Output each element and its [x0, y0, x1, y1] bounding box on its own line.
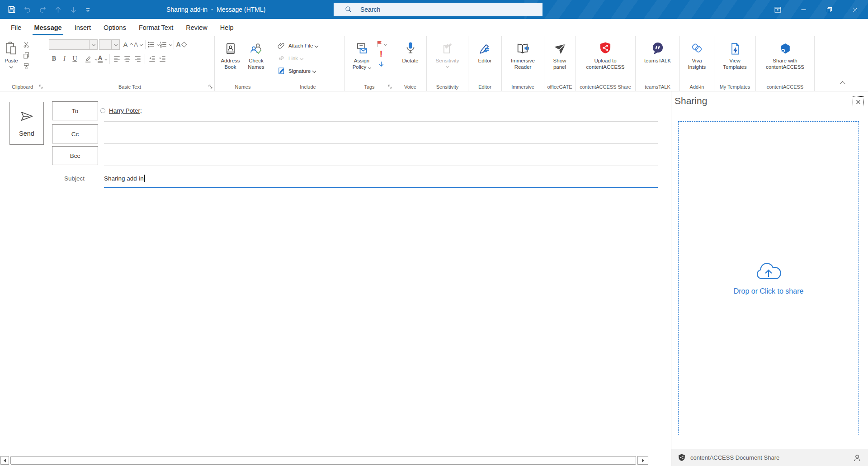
sharing-panel: Sharing Drop or Click to share — [671, 91, 868, 466]
move-down-icon[interactable] — [69, 5, 78, 14]
subject-focus-line — [104, 187, 658, 188]
to-field-line — [104, 121, 658, 122]
group-tags: Assign Policy ! Tags — [345, 36, 394, 91]
tab-insert[interactable]: Insert — [68, 19, 97, 36]
title-bar: Sharing add-in - Message (HTML) Search — [0, 0, 868, 19]
increase-indent-icon[interactable] — [157, 53, 168, 64]
signature-button[interactable]: Signature — [278, 65, 344, 76]
message-body[interactable] — [0, 188, 670, 454]
numbering-button[interactable] — [160, 39, 172, 50]
menu-bar: File Message Insert Options Format Text … — [0, 19, 868, 36]
sensitivity-button: Sensitivity — [427, 36, 468, 67]
copy-icon[interactable] — [23, 52, 30, 59]
outlook-message-window: Sharing add-in - Message (HTML) Search — [0, 0, 868, 466]
cut-icon[interactable] — [23, 41, 30, 48]
undo-icon[interactable] — [23, 5, 32, 14]
search-input[interactable]: Search — [334, 3, 542, 16]
address-book-icon — [224, 39, 237, 56]
text-caret — [144, 175, 145, 182]
tab-file[interactable]: File — [5, 19, 28, 36]
view-templates-button[interactable]: View Templates — [714, 36, 755, 70]
group-voice: Dictate Voice — [394, 36, 427, 91]
close-button[interactable] — [842, 0, 868, 19]
editor-button[interactable]: Editor — [468, 36, 501, 64]
teamstalk-button[interactable]: teamsTALK — [636, 36, 679, 64]
shrink-font-button[interactable]: A — [133, 39, 143, 50]
follow-up-flag-button[interactable] — [376, 40, 387, 48]
group-sensitivity: Sensitivity Sensitivity — [427, 36, 468, 91]
send-button[interactable]: Send — [9, 102, 44, 145]
cc-field[interactable] — [104, 126, 658, 142]
to-button[interactable]: To — [52, 101, 98, 120]
paste-button[interactable]: Paste — [5, 39, 18, 70]
bold-button[interactable]: B — [49, 53, 59, 64]
align-left-icon[interactable] — [112, 53, 122, 64]
assign-policy-button[interactable]: Assign Policy — [348, 39, 376, 70]
tab-message[interactable]: Message — [28, 19, 68, 36]
check-names-button[interactable]: Check Names — [243, 39, 269, 70]
font-size-select[interactable] — [99, 39, 120, 50]
immersive-reader-button[interactable]: Immersive Reader — [502, 36, 544, 70]
group-clipboard: Paste — [0, 36, 45, 91]
scrollbar-thumb[interactable] — [10, 456, 636, 465]
bcc-field[interactable] — [104, 148, 658, 164]
save-icon[interactable] — [7, 5, 16, 14]
viva-insights-icon — [690, 39, 704, 56]
move-up-icon[interactable] — [54, 5, 62, 14]
drop-zone[interactable]: Drop or Click to share — [678, 121, 859, 435]
bcc-field-line — [104, 166, 658, 166]
basic-text-dialog-launcher-icon[interactable] — [208, 84, 213, 89]
panel-footer-text: contentACCESS Document Share — [690, 454, 779, 461]
viva-insights-button[interactable]: Viva Insights — [680, 36, 714, 70]
minimize-button[interactable] — [791, 0, 816, 19]
tab-help[interactable]: Help — [214, 19, 240, 36]
italic-button[interactable]: I — [59, 53, 70, 64]
scroll-right-button[interactable] — [637, 456, 648, 465]
tab-format-text[interactable]: Format Text — [132, 19, 179, 36]
font-color-button[interactable]: A — [97, 53, 108, 64]
decrease-indent-icon[interactable] — [147, 53, 157, 64]
window-controls — [765, 0, 868, 19]
share-with-contentaccess-button[interactable]: Share with contentACCESS — [756, 36, 814, 70]
high-importance-button[interactable]: ! — [380, 50, 382, 58]
low-importance-button[interactable] — [377, 60, 385, 68]
dictate-button[interactable]: Dictate — [394, 36, 426, 64]
subject-label: Subject — [64, 175, 85, 182]
panel-close-button[interactable] — [853, 96, 863, 107]
group-basic-text: A A A B — [45, 36, 215, 91]
link-button: Link — [278, 52, 344, 64]
cc-button[interactable]: Cc — [52, 124, 98, 143]
collapse-ribbon-icon[interactable] — [841, 79, 844, 87]
grow-font-button[interactable]: A — [123, 39, 133, 50]
scroll-left-button[interactable] — [0, 456, 9, 465]
to-field[interactable] — [104, 104, 658, 120]
group-contentaccess-share: Upload to contentACCESS contentACCESS Sh… — [576, 36, 636, 91]
paste-icon — [5, 39, 18, 56]
tab-options[interactable]: Options — [97, 19, 132, 36]
ribbon-display-options-icon[interactable] — [765, 0, 791, 19]
show-panel-button[interactable]: Show panel — [544, 36, 575, 70]
tags-dialog-launcher-icon[interactable] — [387, 84, 392, 89]
highlight-button[interactable] — [84, 53, 97, 64]
restore-button[interactable] — [816, 0, 842, 19]
customize-qat-icon[interactable] — [85, 6, 91, 13]
attach-file-button[interactable]: Attach File — [278, 40, 344, 51]
account-icon[interactable] — [853, 453, 862, 462]
font-name-select[interactable] — [49, 39, 98, 50]
clear-formatting-button[interactable]: A — [176, 39, 186, 50]
upload-to-contentaccess-button[interactable]: Upload to contentACCESS — [576, 36, 635, 70]
align-center-icon[interactable] — [122, 53, 132, 64]
clipboard-dialog-launcher-icon[interactable] — [38, 84, 43, 89]
align-right-icon[interactable] — [132, 53, 143, 64]
quick-access-toolbar — [7, 0, 91, 19]
search-icon — [344, 5, 353, 14]
bullets-button[interactable] — [147, 39, 160, 50]
assign-policy-icon — [355, 39, 368, 56]
bcc-button[interactable]: Bcc — [52, 146, 98, 165]
underline-button[interactable]: U — [70, 53, 80, 64]
redo-icon[interactable] — [38, 5, 47, 14]
tab-review[interactable]: Review — [179, 19, 214, 36]
address-book-button[interactable]: Address Book — [217, 39, 243, 70]
subject-field[interactable]: Sharing add-in — [104, 175, 145, 182]
format-painter-icon[interactable] — [23, 62, 30, 70]
